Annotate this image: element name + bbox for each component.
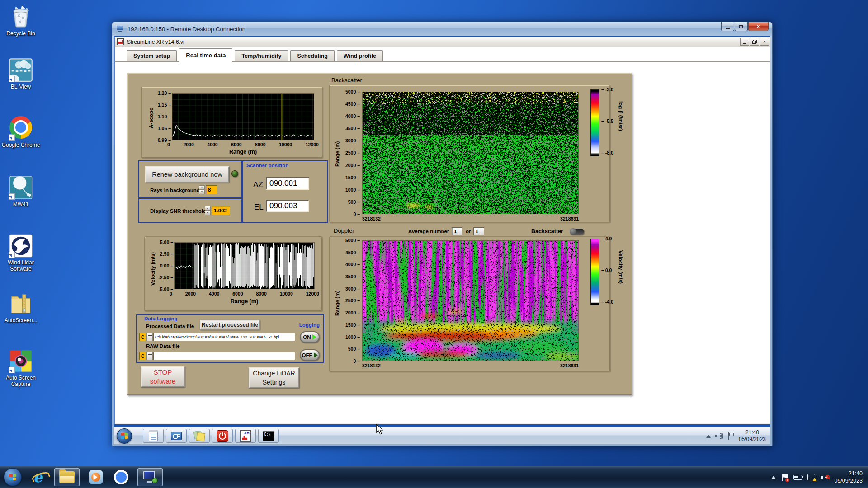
backscatter-colorbar-ticks: -3.0-5.5-8.0 bbox=[601, 87, 613, 155]
remote-taskbar-sticky-notes-button[interactable] bbox=[189, 429, 210, 443]
remote-taskbar-streamline-button[interactable]: XR bbox=[235, 429, 256, 443]
rays-in-background-label: Rays in background bbox=[150, 188, 200, 193]
volume-muted-icon[interactable] bbox=[821, 474, 829, 481]
app-minimize-button[interactable] bbox=[740, 38, 749, 46]
remote-taskbar-settings-button[interactable] bbox=[166, 429, 187, 443]
processed-browse-button[interactable] bbox=[146, 333, 153, 341]
tab-real-time-data[interactable]: Real time data bbox=[179, 48, 232, 62]
average-number-label: Average number bbox=[408, 229, 449, 234]
snr-threshold-box: Display SNR threshold ▲▼ 1.002 bbox=[138, 198, 242, 223]
desktop-icon-bl-view[interactable]: BL-View bbox=[0, 58, 42, 90]
doppler-x-ticks: 32181323218631 bbox=[362, 363, 579, 368]
change-lidar-settings-button[interactable]: Change LiDARSettings bbox=[249, 367, 299, 388]
taskbar-chrome-button[interactable] bbox=[112, 468, 130, 486]
bl-view-icon bbox=[9, 58, 33, 82]
scanner-position-box: Scanner position AZ 090.001 EL 090.003 bbox=[242, 160, 328, 223]
remote-session: StreamLine XR v14-6.vi × System setup Re… bbox=[114, 36, 770, 444]
taskbar-media-player-button[interactable] bbox=[87, 468, 105, 486]
zip-folder-icon bbox=[9, 291, 33, 316]
raw-drive-selector[interactable]: C bbox=[139, 352, 146, 360]
remote-volume-icon[interactable] bbox=[715, 432, 723, 440]
action-center-icon[interactable]: × bbox=[781, 474, 788, 481]
doppler-section-title: Doppler bbox=[334, 227, 354, 234]
velocity-plot bbox=[174, 242, 315, 289]
snr-value-field[interactable]: 1.002 bbox=[212, 206, 230, 215]
remote-taskbar-stop-button[interactable] bbox=[212, 429, 233, 443]
sticky-notes-icon bbox=[194, 431, 205, 441]
folder-icon bbox=[59, 471, 75, 483]
tab-system-setup[interactable]: System setup bbox=[127, 50, 177, 61]
remote-clock[interactable]: 21:40 05/09/2023 bbox=[739, 429, 766, 443]
host-clock[interactable]: 21:40 05/09/2023 bbox=[834, 470, 863, 484]
desktop-icon-label: AutoScreen... bbox=[0, 317, 42, 324]
raw-browse-button[interactable] bbox=[146, 352, 153, 360]
ascope-x-ticks: 020004000600080001000012000 bbox=[167, 142, 319, 147]
rdp-maximize-button[interactable] bbox=[735, 22, 748, 31]
rdp-titlebar[interactable]: 192.168.0.150 - Remote Desktop Connectio… bbox=[112, 22, 772, 36]
raw-logging-off-button[interactable]: OFF bbox=[300, 349, 320, 361]
remote-tray-expand-icon[interactable] bbox=[706, 432, 711, 438]
backscatter-colorbar-label: log β (/m/sr) bbox=[618, 101, 623, 131]
taskbar-internet-explorer-button[interactable]: e bbox=[29, 468, 47, 486]
backscatter-doppler-toggle[interactable] bbox=[570, 229, 584, 235]
desktop-icon-recycle-bin[interactable]: Recycle Bin bbox=[0, 5, 42, 37]
remote-taskbar: XR C:\_ 21:40 05/09/2023 bbox=[114, 427, 770, 444]
wind-lidar-icon bbox=[9, 234, 33, 258]
desktop-icon-google-chrome[interactable]: Google Chrome bbox=[0, 115, 42, 148]
rdp-close-button[interactable]: × bbox=[748, 22, 769, 31]
tab-scheduling[interactable]: Scheduling bbox=[290, 50, 334, 61]
processed-logging-on-button[interactable]: ON bbox=[300, 331, 320, 343]
shortcut-arrow-icon bbox=[9, 134, 15, 141]
network-warning-icon[interactable] bbox=[807, 474, 815, 480]
desktop-icon-wind-lidar[interactable]: Wind Lidar Software bbox=[0, 234, 42, 272]
doppler-y-ticks: 5000450040003500300025002000150010005000 bbox=[339, 238, 360, 364]
desktop-icon-label: BL-View bbox=[0, 84, 42, 90]
app-restore-button[interactable] bbox=[750, 38, 759, 46]
auto-screen-capture-icon bbox=[9, 349, 33, 373]
stop-software-button[interactable]: STOPsoftware bbox=[141, 366, 185, 387]
remote-system-tray: 21:40 05/09/2023 bbox=[706, 429, 768, 443]
internet-explorer-icon: e bbox=[33, 469, 42, 486]
az-value-field: 090.001 bbox=[266, 177, 309, 190]
snr-spinner[interactable]: ▲▼ bbox=[205, 206, 211, 215]
rays-value-field[interactable]: 8 bbox=[206, 185, 217, 194]
tab-wind-profile[interactable]: Wind profile bbox=[337, 50, 383, 61]
off-lamp-icon bbox=[314, 352, 318, 358]
data-logging-title: Data Logging bbox=[144, 316, 177, 321]
rays-spinner[interactable]: ▲▼ bbox=[199, 185, 205, 194]
tray-expand-icon[interactable] bbox=[771, 474, 776, 479]
desktop: Recycle Bin BL-View Google Chrome bbox=[0, 0, 868, 488]
app-titlebar[interactable]: StreamLine XR v14-6.vi × bbox=[115, 37, 770, 47]
app-close-button[interactable]: × bbox=[760, 38, 769, 46]
on-lamp-icon bbox=[312, 334, 316, 340]
remote-start-button[interactable] bbox=[117, 428, 132, 444]
remote-taskbar-cmd-button[interactable]: C:\_ bbox=[258, 429, 279, 443]
taskbar-remote-desktop-button[interactable] bbox=[137, 468, 163, 486]
raw-path-field[interactable] bbox=[153, 352, 295, 360]
start-button[interactable] bbox=[4, 468, 22, 486]
doppler-colorbar-ticks: 4.00.0-4.0 bbox=[601, 236, 613, 305]
backscatter-x-ticks: 32181323218631 bbox=[362, 216, 579, 221]
remote-taskbar-notepad-button[interactable] bbox=[143, 429, 164, 443]
tab-temp-humidity[interactable]: Temp/humidity bbox=[235, 50, 288, 61]
restart-processed-file-button[interactable]: Restart processed file bbox=[200, 320, 260, 330]
processed-path-field[interactable]: C:\Lidar\Data\Proc\2023\202309\20230905\… bbox=[153, 333, 295, 341]
remote-action-center-icon[interactable] bbox=[728, 432, 734, 440]
rdp-minimize-button[interactable] bbox=[721, 22, 734, 31]
app-window: StreamLine XR v14-6.vi × System setup Re… bbox=[114, 37, 770, 424]
renew-background-button[interactable]: Renew background now bbox=[145, 166, 229, 183]
battery-icon[interactable] bbox=[793, 475, 802, 480]
average-total-field[interactable]: 1 bbox=[473, 227, 484, 235]
recycle-bin-icon bbox=[9, 5, 33, 29]
backscatter-toggle-label: Backscatter bbox=[531, 228, 563, 235]
rdp-window: 192.168.0.150 - Remote Desktop Connectio… bbox=[112, 22, 773, 446]
desktop-icon-mw41[interactable]: MW41 bbox=[0, 175, 42, 207]
desktop-icon-auto-screen-capture[interactable]: Auto Screen Capture bbox=[0, 349, 42, 387]
velocity-y-ticks: 5.002.500.00-2.50-5.00 bbox=[154, 239, 173, 292]
taskbar-explorer-button[interactable] bbox=[54, 468, 80, 486]
backscatter-plot bbox=[362, 92, 579, 214]
processed-drive-selector[interactable]: C bbox=[139, 333, 146, 341]
average-number-field[interactable]: 1 bbox=[452, 227, 462, 235]
desktop-icon-autoscreen[interactable]: AutoScreen... bbox=[0, 291, 42, 324]
desktop-icon-label: Google Chrome bbox=[0, 142, 42, 148]
